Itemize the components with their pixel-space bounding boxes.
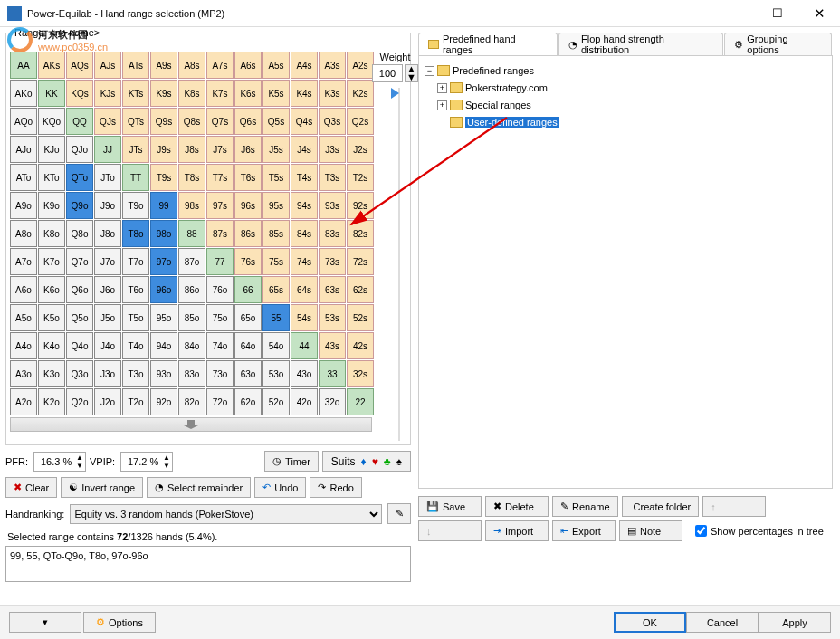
cell-75s[interactable]: 75s	[262, 248, 290, 275]
import-button[interactable]: ⇥Import	[485, 520, 549, 541]
cell-K8s[interactable]: K8s	[178, 80, 205, 107]
cell-74o[interactable]: 74o	[206, 332, 234, 359]
cell-A4o[interactable]: A4o	[10, 332, 37, 359]
cell-K6s[interactable]: K6s	[234, 80, 262, 107]
cancel-button[interactable]: Cancel	[686, 612, 759, 633]
maximize-button[interactable]: ☐	[757, 0, 798, 27]
weight-slider[interactable]	[394, 88, 405, 441]
cell-Q4s[interactable]: Q4s	[291, 108, 318, 135]
cell-T5s[interactable]: T5s	[262, 164, 290, 191]
cell-85s[interactable]: 85s	[262, 220, 290, 247]
cell-J5o[interactable]: J5o	[94, 304, 121, 331]
cell-J3o[interactable]: J3o	[94, 360, 121, 387]
cell-AKs[interactable]: AKs	[38, 52, 65, 79]
cell-Q6o[interactable]: Q6o	[66, 276, 93, 303]
redo-button[interactable]: ↷Redo	[310, 477, 361, 498]
cell-76o[interactable]: 76o	[206, 276, 234, 303]
cell-A9o[interactable]: A9o	[10, 192, 37, 219]
options-dropdown-button[interactable]: ▾	[9, 612, 81, 633]
cell-T9o[interactable]: T9o	[122, 192, 149, 219]
ok-button[interactable]: OK	[614, 612, 686, 633]
cell-88[interactable]: 88	[178, 220, 205, 247]
cell-K8o[interactable]: K8o	[38, 220, 65, 247]
cell-ATs[interactable]: ATs	[122, 52, 149, 79]
cell-J8s[interactable]: J8s	[178, 136, 205, 163]
tab-grouping[interactable]: ⚙Grouping options	[724, 33, 832, 55]
cell-A6s[interactable]: A6s	[234, 52, 262, 79]
cell-96o[interactable]: 96o	[150, 276, 177, 303]
cell-Q8s[interactable]: Q8s	[178, 108, 205, 135]
cell-ATo[interactable]: ATo	[10, 164, 37, 191]
timer-button[interactable]: ◷Timer	[264, 451, 319, 472]
cell-K3o[interactable]: K3o	[38, 360, 65, 387]
cell-A4s[interactable]: A4s	[291, 52, 318, 79]
cell-T4s[interactable]: T4s	[291, 164, 318, 191]
range-tree[interactable]: −Predefined ranges +Pokerstrategy.com +S…	[418, 56, 833, 489]
cell-43o[interactable]: 43o	[291, 360, 318, 387]
cell-Q4o[interactable]: Q4o	[66, 332, 93, 359]
cell-82s[interactable]: 82s	[347, 220, 374, 247]
tree-node-user-defined[interactable]: User-defined ranges	[437, 114, 826, 130]
cell-T3s[interactable]: T3s	[319, 164, 346, 191]
cell-75o[interactable]: 75o	[206, 304, 234, 331]
cell-Q7o[interactable]: Q7o	[66, 248, 93, 275]
export-button[interactable]: ⇤Export	[552, 520, 616, 541]
cell-97s[interactable]: 97s	[206, 192, 234, 219]
cell-K5o[interactable]: K5o	[38, 304, 65, 331]
cell-84s[interactable]: 84s	[291, 220, 318, 247]
cell-A8o[interactable]: A8o	[10, 220, 37, 247]
pfr-input[interactable]	[36, 456, 76, 467]
move-up-button[interactable]: ↑	[702, 496, 766, 517]
cell-93o[interactable]: 93o	[150, 360, 177, 387]
cell-73s[interactable]: 73s	[319, 248, 346, 275]
undo-button[interactable]: ↶Undo	[254, 477, 306, 498]
tree-node-special[interactable]: +Special ranges	[437, 97, 826, 113]
cell-J6s[interactable]: J6s	[234, 136, 262, 163]
cell-T7o[interactable]: T7o	[122, 248, 149, 275]
cell-Q2s[interactable]: Q2s	[347, 108, 374, 135]
cell-65s[interactable]: 65s	[262, 276, 290, 303]
cell-97o[interactable]: 97o	[150, 248, 177, 275]
cell-63o[interactable]: 63o	[234, 360, 262, 387]
cell-63s[interactable]: 63s	[319, 276, 346, 303]
cell-66[interactable]: 66	[234, 276, 262, 303]
cell-95s[interactable]: 95s	[262, 192, 290, 219]
cell-72s[interactable]: 72s	[347, 248, 374, 275]
cell-94o[interactable]: 94o	[150, 332, 177, 359]
cell-K5s[interactable]: K5s	[262, 80, 290, 107]
cell-QTo[interactable]: QTo	[66, 164, 93, 191]
cell-T2o[interactable]: T2o	[122, 388, 149, 415]
cell-84o[interactable]: 84o	[178, 332, 205, 359]
cell-T8s[interactable]: T8s	[178, 164, 205, 191]
edit-ranking-button[interactable]: ✎	[387, 503, 411, 524]
cell-T2s[interactable]: T2s	[347, 164, 374, 191]
cell-T6s[interactable]: T6s	[234, 164, 262, 191]
cell-32s[interactable]: 32s	[347, 360, 374, 387]
cell-J7s[interactable]: J7s	[206, 136, 234, 163]
cell-22[interactable]: 22	[347, 388, 374, 415]
cell-K3s[interactable]: K3s	[319, 80, 346, 107]
cell-QJs[interactable]: QJs	[94, 108, 121, 135]
tab-predefined[interactable]: Predefined hand ranges	[418, 33, 558, 55]
cell-86o[interactable]: 86o	[178, 276, 205, 303]
cell-87s[interactable]: 87s	[206, 220, 234, 247]
rename-button[interactable]: ✎Rename	[552, 496, 618, 517]
cell-JTs[interactable]: JTs	[122, 136, 149, 163]
tree-root[interactable]: −Predefined ranges	[425, 62, 826, 79]
cell-98s[interactable]: 98s	[178, 192, 205, 219]
cell-43s[interactable]: 43s	[319, 332, 346, 359]
cell-52s[interactable]: 52s	[347, 304, 374, 331]
range-text-input[interactable]: 99, 55, QTo-Q9o, T8o, 97o-96o	[5, 546, 411, 582]
cell-T9s[interactable]: T9s	[150, 164, 177, 191]
cell-A8s[interactable]: A8s	[178, 52, 205, 79]
cell-Q5o[interactable]: Q5o	[66, 304, 93, 331]
options-button[interactable]: ⚙Options	[83, 612, 156, 633]
cell-54o[interactable]: 54o	[262, 332, 290, 359]
hand-grid[interactable]: AAAKsAQsAJsATsA9sA8sA7sA6sA5sA4sA3sA2sAK…	[10, 52, 372, 415]
cell-J5s[interactable]: J5s	[262, 136, 290, 163]
move-down-button[interactable]: ↓	[418, 520, 482, 541]
cell-77[interactable]: 77	[206, 248, 234, 275]
cell-T6o[interactable]: T6o	[122, 276, 149, 303]
handranking-select[interactable]: Equity vs. 3 random hands (PokerStove)	[70, 504, 382, 524]
cell-76s[interactable]: 76s	[234, 248, 262, 275]
